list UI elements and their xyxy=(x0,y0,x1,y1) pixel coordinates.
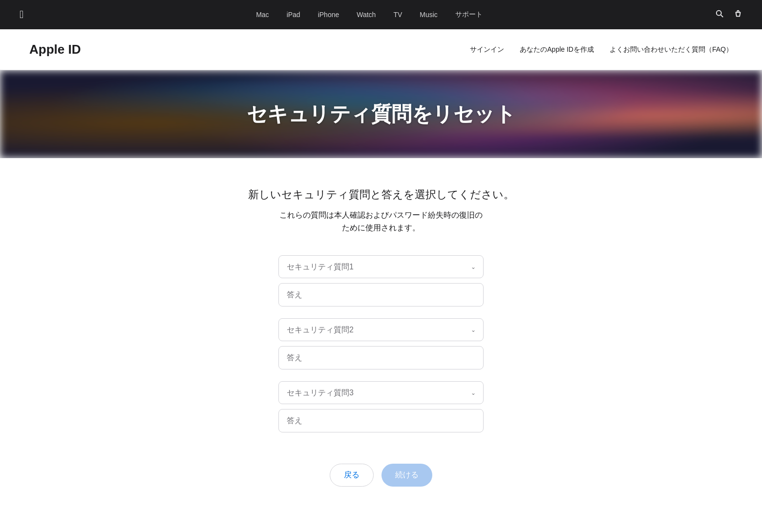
faq-link[interactable]: よくお問い合わせいただく質問（FAQ） xyxy=(610,45,733,54)
hero-title: セキュリティ質問をリセット xyxy=(247,101,516,128)
nav-ipad[interactable]: iPad xyxy=(287,11,300,19)
top-navigation:  Mac iPad iPhone Watch TV Music サポート xyxy=(0,0,762,29)
nav-iphone[interactable]: iPhone xyxy=(318,11,339,19)
hero-banner: セキュリティ質問をリセット xyxy=(0,70,762,158)
form-description: これらの質問は本人確認およびパスワード紛失時の復旧のために使用されます。 xyxy=(278,209,484,234)
nav-support[interactable]: サポート xyxy=(455,10,483,19)
page-title: Apple ID xyxy=(29,42,81,57)
question-3-select-wrapper: セキュリティ質問3 ⌄ xyxy=(278,381,484,404)
nav-watch[interactable]: Watch xyxy=(357,11,376,19)
top-nav-links: Mac iPad iPhone Watch TV Music サポート xyxy=(23,10,715,19)
question-group-3: セキュリティ質問3 ⌄ xyxy=(278,381,484,432)
question-2-select-wrapper: セキュリティ質問2 ⌄ xyxy=(278,318,484,341)
form-buttons: 戻る 続ける xyxy=(278,464,484,487)
secondary-navigation: Apple ID サインイン あなたのApple IDを作成 よくお問い合わせい… xyxy=(0,29,762,70)
continue-button[interactable]: 続ける xyxy=(381,464,432,487)
secondary-nav-links: サインイン あなたのApple IDを作成 よくお問い合わせいただく質問（FAQ… xyxy=(470,45,733,54)
nav-tv[interactable]: TV xyxy=(393,11,402,19)
question-group-1: セキュリティ質問1 ⌄ xyxy=(278,255,484,307)
question-group-2: セキュリティ質問2 ⌄ xyxy=(278,318,484,369)
create-id-link[interactable]: あなたのApple IDを作成 xyxy=(520,45,594,54)
form-subtitle: 新しいセキュリティ質問と答えを選択してください。 xyxy=(248,187,514,202)
main-content: 新しいセキュリティ質問と答えを選択してください。 これらの質問は本人確認およびパ… xyxy=(0,158,762,526)
question-1-select-wrapper: セキュリティ質問1 ⌄ xyxy=(278,255,484,278)
answer-3-input[interactable] xyxy=(278,409,484,432)
top-nav-icons xyxy=(715,9,742,20)
question-1-select[interactable]: セキュリティ質問1 xyxy=(278,255,484,278)
question-2-select[interactable]: セキュリティ質問2 xyxy=(278,318,484,341)
bag-icon[interactable] xyxy=(734,9,742,20)
svg-line-1 xyxy=(721,15,723,18)
security-questions-form: セキュリティ質問1 ⌄ セキュリティ質問2 ⌄ セキュリティ質問3 ⌄ xyxy=(278,255,484,487)
nav-mac[interactable]: Mac xyxy=(256,11,269,19)
nav-music[interactable]: Music xyxy=(420,11,438,19)
question-3-select[interactable]: セキュリティ質問3 xyxy=(278,381,484,404)
svg-point-0 xyxy=(717,11,721,16)
answer-1-input[interactable] xyxy=(278,283,484,307)
back-button[interactable]: 戻る xyxy=(330,464,374,487)
apple-logo-icon[interactable]:  xyxy=(20,8,23,21)
signin-link[interactable]: サインイン xyxy=(470,45,504,54)
answer-2-input[interactable] xyxy=(278,346,484,369)
search-icon[interactable] xyxy=(715,9,724,20)
